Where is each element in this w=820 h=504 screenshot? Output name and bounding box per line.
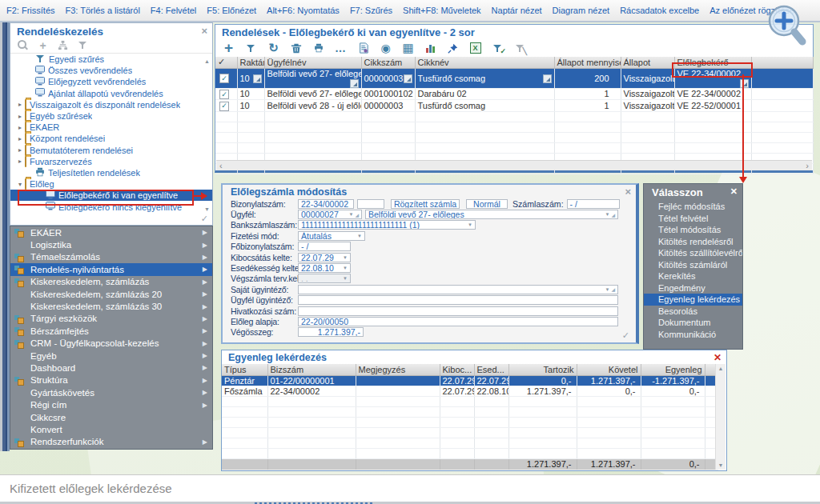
- dropdown-arrow-icon[interactable]: ▼: [468, 222, 472, 227]
- menubar-item-3[interactable]: F4: Felvétel: [151, 6, 196, 15]
- row-checkbox-cell[interactable]: ✓: [215, 68, 237, 88]
- resize-grip-icon[interactable]: ◢: [355, 212, 359, 218]
- nav-item-16[interactable]: Cikkcsre: [10, 411, 212, 423]
- cell[interactable]: [751, 88, 813, 100]
- filter-apply-icon[interactable]: ✓: [491, 42, 504, 54]
- column-header-7[interactable]: Előlegbekérő: [674, 57, 751, 68]
- cell-grip-icon[interactable]: [404, 74, 412, 83]
- cell[interactable]: 1: [554, 88, 621, 100]
- cell[interactable]: Visszaigazolt: [621, 88, 674, 100]
- nav-item-17[interactable]: Konvert: [10, 423, 212, 435]
- action-item-4[interactable]: Kitöltés rendelésről: [644, 236, 742, 248]
- cell[interactable]: 22.07.29: [440, 375, 474, 386]
- action-item-2[interactable]: Tétel felvétel: [644, 213, 742, 225]
- column-header-6[interactable]: Állapot: [621, 57, 674, 68]
- cell[interactable]: 22.07.29: [474, 375, 508, 386]
- cell[interactable]: Tusfürdő csomag: [415, 68, 554, 88]
- text-field[interactable]: Rögzített számla: [391, 199, 460, 209]
- column-header[interactable]: Kiboc...: [440, 364, 474, 375]
- combo-field[interactable]: . .▼: [298, 274, 351, 283]
- combo-field[interactable]: ▼◢: [298, 285, 618, 294]
- cell[interactable]: VE 22-34/00002: [674, 68, 751, 88]
- cell-grip-icon[interactable]: [740, 79, 749, 88]
- cell[interactable]: Darabáru 02: [415, 88, 554, 100]
- cell[interactable]: 0001000102: [361, 88, 415, 100]
- menubar-item-2[interactable]: F3: Törlés a listáról: [66, 6, 140, 15]
- tree-item-13[interactable]: Előlegbekérő ki van egyenlítve: [10, 190, 212, 201]
- nav-item-11[interactable]: Egyéb▶: [10, 350, 212, 362]
- action-item-10[interactable]: Besorolás: [644, 306, 742, 318]
- text-field[interactable]: [298, 295, 618, 305]
- action-item-8[interactable]: Engedmény: [644, 282, 742, 294]
- close-icon[interactable]: ✕: [713, 352, 722, 363]
- nav-item-12[interactable]: Dashboard▶: [10, 362, 212, 374]
- cell-grip-icon[interactable]: [543, 74, 552, 83]
- menubar-item-8[interactable]: Naptár nézet: [492, 6, 542, 15]
- nav-item-6[interactable]: Kiskereskedelem, számlázás 20▶: [10, 288, 212, 300]
- nav-item-8[interactable]: Tárgyi eszközök▶: [10, 313, 212, 325]
- cell[interactable]: 22-34/00002: [267, 386, 356, 396]
- column-header[interactable]: Esed...: [474, 364, 508, 375]
- tree-item-2[interactable]: Összes vevőrendelés: [10, 65, 212, 76]
- tree-item-1[interactable]: Egyedi szűrés: [10, 54, 212, 65]
- table-row[interactable]: Pénztár01-22/0000000122.07.2922.07.290,-…: [222, 375, 718, 386]
- scroll-up-icon[interactable]: ▲: [718, 366, 724, 371]
- action-item-clipped[interactable]: [644, 340, 742, 350]
- column-header[interactable]: Egyenleg: [641, 364, 705, 375]
- checkbox-checked-icon[interactable]: ✓: [219, 74, 229, 83]
- cell[interactable]: 1: [554, 100, 621, 112]
- cell[interactable]: 1.271.397,-: [577, 375, 641, 386]
- combo-field[interactable]: 22.08.10▼: [298, 263, 351, 273]
- action-item-9[interactable]: Egyenleg lekérdezés: [644, 294, 742, 306]
- nav-item-15[interactable]: Régi cím▶: [10, 398, 212, 410]
- menubar-item-6[interactable]: F7: Szűrés: [350, 6, 392, 15]
- checkbox-checked-icon[interactable]: ✓: [219, 102, 229, 111]
- cell[interactable]: 01-22/00000001: [267, 375, 356, 386]
- combo-field[interactable]: 22.07.29▼: [298, 253, 351, 262]
- nav-item-13[interactable]: Struktúra▶: [10, 374, 212, 386]
- nav-item-14[interactable]: Gyártáskövetés▶: [10, 386, 212, 398]
- close-icon[interactable]: ✕: [730, 186, 738, 198]
- cell[interactable]: 0,-: [508, 375, 577, 386]
- expand-icon[interactable]: ▸: [15, 135, 25, 142]
- dropdown-arrow-icon[interactable]: ▼: [605, 287, 609, 292]
- filter-clear-icon[interactable]: ╲: [513, 42, 527, 54]
- dropdown-arrow-icon[interactable]: ▼: [343, 276, 348, 281]
- menubar-item-7[interactable]: Shift+F8: Műveletek: [403, 6, 481, 15]
- column-header-check[interactable]: ✓: [215, 57, 237, 68]
- column-header-8[interactable]: [751, 57, 813, 68]
- table-row[interactable]: ✓10Belföldi vevő 27- előleges00000003Tus…: [215, 68, 813, 88]
- table-row[interactable]: Főszámla22-34/0000222.07.2922.08.101.271…: [222, 386, 718, 396]
- print-icon[interactable]: [312, 42, 325, 54]
- nav-item-7[interactable]: Kiskereskedelem, számlázás 30▶: [10, 300, 212, 312]
- dropdown-arrow-icon[interactable]: ▼: [343, 266, 348, 270]
- scroll-right-icon[interactable]: ›: [806, 161, 809, 170]
- cell[interactable]: 22.08.10: [474, 386, 508, 396]
- delete-icon[interactable]: [289, 42, 303, 54]
- text-field[interactable]: 22-20/00050: [298, 317, 618, 326]
- vertical-scrollbar[interactable]: ▲ ▼: [715, 364, 726, 470]
- cell[interactable]: Visszaigazolt: [621, 68, 674, 88]
- table-row[interactable]: ✓10Belföldi vevő 28 - új előleg00000003T…: [215, 100, 813, 112]
- tree-item-6[interactable]: ▸Egyéb szűrések: [10, 110, 212, 122]
- combo-field[interactable]: Belföldi vevő 27- előleges▼◢: [365, 210, 618, 219]
- cell[interactable]: 10: [237, 68, 264, 88]
- resize-grip-icon[interactable]: ◢: [611, 212, 615, 218]
- nav-item-4[interactable]: Rendelés-nyilvántartás▶: [10, 263, 212, 275]
- excel-icon[interactable]: X: [468, 42, 482, 54]
- combo-field[interactable]: 11111111111111111111111111 (1)▼: [298, 220, 476, 230]
- column-header[interactable]: Követel: [577, 364, 641, 375]
- cell-grip-icon[interactable]: [350, 79, 359, 88]
- cell[interactable]: 0,-: [641, 386, 705, 396]
- menubar-item-1[interactable]: F2: Frissítés: [6, 6, 55, 15]
- text-field[interactable]: [357, 199, 384, 209]
- clear-filter-icon[interactable]: [77, 39, 89, 51]
- dropdown-arrow-icon[interactable]: ▼: [605, 212, 609, 217]
- cell[interactable]: 00000003: [361, 100, 415, 112]
- tree-item-12[interactable]: ▾Előleg: [10, 178, 212, 190]
- column-header-4[interactable]: Cikknév: [415, 57, 554, 68]
- action-item-11[interactable]: Dokumentum: [644, 317, 742, 329]
- collapse-icon[interactable]: ▾: [15, 181, 25, 188]
- checkbox-checked-icon[interactable]: ✓: [219, 90, 229, 99]
- cell[interactable]: Visszaigazolt: [621, 100, 674, 112]
